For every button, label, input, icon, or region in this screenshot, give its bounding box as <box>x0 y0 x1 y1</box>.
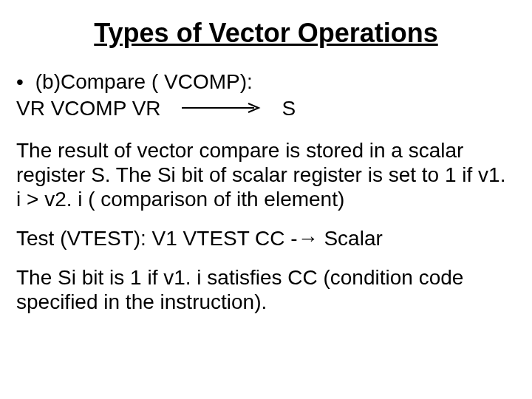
paragraph-2: Test (VTEST): V1 VTEST CC -→ Scalar <box>16 226 516 250</box>
expression-lhs: VR VCOMP VR <box>16 96 161 121</box>
paragraph-1: The result of vector compare is stored i… <box>16 138 516 211</box>
slide: Types of Vector Operations • (b)Compare … <box>0 0 532 399</box>
expression-rhs: S <box>282 96 296 121</box>
arrow-icon <box>182 103 262 113</box>
bullet-marker: • <box>16 69 30 95</box>
slide-title: Types of Vector Operations <box>16 18 516 49</box>
bullet-text: (b)Compare ( VCOMP): <box>35 70 253 93</box>
bullet-line-1: • (b)Compare ( VCOMP): <box>16 69 516 95</box>
expression-line: VR VCOMP VR S <box>16 96 516 121</box>
paragraph-3: The Si bit is 1 if v1. i satisfies CC (c… <box>16 265 516 314</box>
